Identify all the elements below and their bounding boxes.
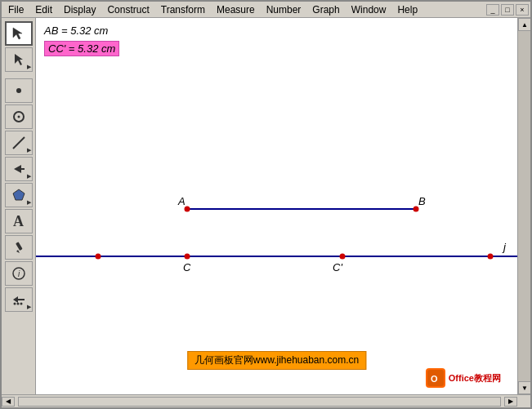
point-cprime-label: C' <box>333 261 342 273</box>
svg-rect-8 <box>16 242 22 251</box>
svg-line-5 <box>13 137 25 149</box>
svg-point-2 <box>16 88 21 93</box>
dropdown-arrow-icon: ▶ <box>27 64 31 70</box>
toolbar: ▶ ▶ <box>2 18 36 394</box>
dot-tool[interactable] <box>5 78 33 103</box>
horizontal-scrollbar[interactable] <box>18 397 501 407</box>
svg-point-13 <box>13 303 16 305</box>
pencil-tool[interactable] <box>5 235 33 260</box>
circle-tool[interactable] <box>5 104 33 129</box>
bottom-bar: ◀ ▶ <box>2 394 530 407</box>
right-scrollbar: ▲ ▼ <box>517 18 530 394</box>
menu-file[interactable]: File <box>3 3 29 16</box>
svg-text:i: i <box>17 269 20 278</box>
minimize-button[interactable]: _ <box>486 4 499 16</box>
measurement-ab: AB = 5.32 cm <box>44 24 108 37</box>
point-c[interactable] <box>185 254 190 260</box>
point-j-left[interactable] <box>96 254 101 260</box>
svg-point-14 <box>16 303 19 305</box>
menu-graph[interactable]: Graph <box>307 3 344 16</box>
scroll-right-button[interactable]: ▶ <box>504 397 517 407</box>
office-logo-icon: O <box>426 368 445 388</box>
menu-measure[interactable]: Measure <box>212 3 260 16</box>
menu-transform[interactable]: Transform <box>156 3 210 16</box>
segment-ab <box>187 208 416 210</box>
arrow-right-tool[interactable]: ▶ <box>5 157 33 181</box>
line-j <box>36 256 517 257</box>
arrow-dots-dropdown-icon: ▶ <box>27 304 31 310</box>
watermark: 几何画板官网www.jihehuaban.com.cn <box>187 351 366 370</box>
main-area: ▶ ▶ <box>2 18 530 394</box>
text-icon: A <box>13 213 24 230</box>
measurement-cc: CC' = 5.32 cm <box>44 41 119 56</box>
menu-construct[interactable]: Construct <box>102 3 154 16</box>
scroll-track[interactable] <box>518 31 530 381</box>
info-tool[interactable]: i <box>5 261 33 286</box>
svg-marker-0 <box>13 28 22 39</box>
svg-marker-6 <box>14 165 25 173</box>
menu-window[interactable]: Window <box>346 3 391 16</box>
svg-point-4 <box>17 116 20 118</box>
point-b-label: B <box>418 195 426 207</box>
menu-number[interactable]: Number <box>262 3 306 16</box>
close-button[interactable]: × <box>516 4 529 16</box>
arrow-dots-tool[interactable]: ▶ <box>5 287 33 312</box>
select-tool[interactable] <box>5 21 33 46</box>
app-window: File Edit Display Construct Transform Me… <box>0 0 532 409</box>
arrow-tool[interactable]: ▶ <box>5 47 33 72</box>
scroll-down-button[interactable]: ▼ <box>518 381 530 394</box>
menubar: File Edit Display Construct Transform Me… <box>2 2 530 18</box>
polygon-dropdown-icon: ▶ <box>27 199 31 206</box>
line-j-label: j <box>503 241 506 253</box>
svg-marker-9 <box>16 250 20 253</box>
menu-edit[interactable]: Edit <box>30 3 57 16</box>
menu-display[interactable]: Display <box>59 3 101 16</box>
office-badge: O Office教程网 <box>426 368 501 388</box>
svg-marker-12 <box>13 296 25 303</box>
text-tool[interactable]: A <box>5 209 33 233</box>
svg-marker-7 <box>13 189 25 200</box>
svg-text:O: O <box>431 374 438 384</box>
polygon-tool[interactable]: ▶ <box>5 183 33 207</box>
point-c-label: C <box>183 261 190 273</box>
line-dropdown-icon: ▶ <box>27 147 31 153</box>
scroll-left-button[interactable]: ◀ <box>2 397 15 407</box>
office-badge-text: Office教程网 <box>449 372 501 385</box>
svg-marker-1 <box>15 54 23 65</box>
maximize-button[interactable]: □ <box>501 4 514 16</box>
line-tool[interactable]: ▶ <box>5 131 33 155</box>
point-j-right[interactable] <box>488 254 494 260</box>
point-cprime[interactable] <box>340 254 346 260</box>
point-a-label: A <box>178 195 186 207</box>
scroll-up-button[interactable]: ▲ <box>518 18 530 31</box>
arrow-right-dropdown-icon: ▶ <box>27 173 31 180</box>
menu-help[interactable]: Help <box>392 3 422 16</box>
canvas[interactable]: AB = 5.32 cm CC' = 5.32 cm j A B C C' <box>36 18 517 394</box>
svg-point-15 <box>20 303 22 305</box>
